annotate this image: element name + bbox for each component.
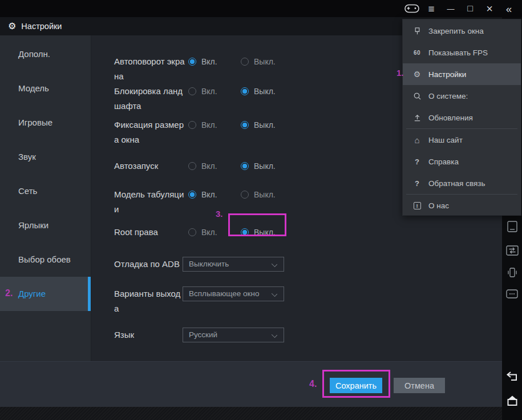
pin-icon	[412, 27, 422, 35]
radio-checked-icon[interactable]	[241, 162, 249, 170]
exit-options-dropdown-value: Всплывающее окно	[189, 289, 259, 298]
sidebar-item-dopoln[interactable]: Дополн.	[0, 37, 91, 71]
radio-option-off[interactable]: Выкл.	[241, 84, 292, 99]
radio-unchecked-icon[interactable]	[188, 87, 196, 95]
menu-item-our-site[interactable]: ⌂ Наш сайт	[403, 129, 521, 151]
shake-phone-icon[interactable]	[502, 266, 522, 278]
radio-unchecked-icon[interactable]	[241, 191, 249, 199]
menu-item-feedback[interactable]: ? Обратная связь	[403, 172, 521, 194]
menu-item-help[interactable]: ? Справка	[403, 151, 521, 172]
desktop-background	[0, 407, 502, 420]
language-dropdown[interactable]: Русский	[183, 328, 284, 342]
search-icon	[412, 92, 422, 100]
chevron-down-icon	[272, 291, 277, 297]
setting-label: Язык	[114, 328, 183, 342]
sidebar-item-set[interactable]: Сеть	[0, 174, 91, 208]
menu-item-settings[interactable]: ⚙ Настройки	[403, 63, 521, 85]
setting-row-language: Язык Русский	[114, 328, 502, 344]
setting-row-exit-options: Варианты выхода Всплывающее окно	[114, 286, 502, 316]
radio-unchecked-icon[interactable]	[241, 58, 249, 66]
setting-label: Автозапуск	[114, 159, 187, 173]
radio-option-on[interactable]: Вкл.	[188, 187, 240, 202]
collapse-glyph: «	[506, 3, 512, 14]
sidebar-item-yarlyki[interactable]: Ярлыки	[0, 208, 91, 243]
minimize-button[interactable]: —	[443, 1, 458, 16]
radio-unchecked-icon[interactable]	[188, 228, 196, 236]
collapse-sidebar-icon[interactable]: «	[501, 1, 516, 16]
radio-option-off[interactable]: Выкл.	[241, 187, 292, 202]
menu-item-updates[interactable]: Обновления	[403, 107, 521, 128]
radio-checked-icon[interactable]	[241, 87, 249, 95]
menu-item-show-fps[interactable]: 60 Показывать FPS	[403, 42, 521, 63]
radio-option-off[interactable]: Выкл.	[241, 159, 292, 173]
sync-transfer-icon[interactable]	[502, 245, 522, 256]
close-glyph: ×	[486, 3, 493, 14]
setting-label: Root права	[114, 225, 187, 240]
annotation-step-2: 2.	[5, 288, 13, 298]
radio-checked-icon[interactable]	[188, 58, 196, 66]
adb-dropdown[interactable]: Выключить	[183, 257, 284, 272]
exit-options-dropdown[interactable]: Всплывающее окно	[183, 286, 284, 301]
menu-item-label: Справка	[428, 158, 459, 166]
android-back-icon[interactable]	[502, 371, 522, 382]
radio-option-on[interactable]: Вкл.	[188, 84, 240, 99]
annotation-step-1: 1.	[396, 68, 404, 78]
menu-item-about-us[interactable]: ! О нас	[403, 195, 521, 216]
chevron-down-icon	[272, 261, 277, 267]
annotation-box-save	[322, 370, 390, 398]
sidebar-item-igrovye[interactable]: Игровые	[0, 106, 91, 140]
radio-option-on[interactable]: Вкл.	[188, 54, 240, 69]
menu-item-pin-windows[interactable]: Закрепить окна	[403, 20, 521, 42]
page-title: Настройки	[21, 22, 62, 31]
annotation-step-3: 3.	[216, 209, 223, 219]
radio-checked-icon[interactable]	[188, 191, 196, 199]
setting-label: Варианты выхода	[114, 286, 183, 316]
radio-option-off[interactable]: Выкл.	[241, 118, 292, 132]
setting-label: Отладка по ADB	[114, 257, 183, 272]
cancel-button[interactable]: Отмена	[394, 378, 445, 393]
menu-item-label: Обратная связь	[428, 179, 485, 188]
home-icon: ⌂	[412, 135, 422, 145]
menu-item-label: О нас	[428, 201, 449, 210]
setting-label: Фиксация размера окна	[114, 118, 187, 147]
setting-label: Автоповорот экрана	[114, 54, 187, 84]
radio-option-on[interactable]: Вкл.	[188, 159, 240, 173]
radio-unchecked-icon[interactable]	[188, 162, 196, 170]
settings-sidebar: Дополн. Модель Игровые Звук Сеть Ярлыки …	[0, 35, 91, 361]
question-icon: ?	[412, 179, 422, 188]
settings-footer: Сохранить Отмена	[0, 361, 502, 407]
android-home-icon[interactable]	[502, 395, 522, 406]
maximize-button[interactable]: □	[463, 1, 478, 16]
radio-unchecked-icon[interactable]	[188, 121, 196, 129]
gamepad-icon[interactable]	[404, 1, 419, 16]
sidebar-item-oboev[interactable]: Выбор обоев	[0, 243, 91, 277]
fps-icon: 60	[412, 50, 422, 56]
setting-row-adb: Отладка по ADB Выключить	[114, 257, 502, 273]
hamburger-menu-icon[interactable]: ≡	[424, 1, 439, 16]
radio-option-off[interactable]: Выкл.	[241, 54, 292, 69]
minimize-glyph: —	[447, 5, 455, 13]
emulator-screen: ≡ — □ × « ⚙ Настройки Дополн. Модель Игр…	[0, 0, 522, 420]
menu-item-label: Обновления	[428, 114, 473, 122]
setting-label: Модель табуляции	[114, 187, 187, 217]
setting-row-root: Root права Вкл. Выкл.	[114, 225, 502, 240]
more-options-icon[interactable]	[502, 289, 522, 298]
sidebar-item-model[interactable]: Модель	[0, 71, 91, 106]
annotation-step-4: 4.	[309, 379, 317, 389]
hamburger-glyph: ≡	[428, 3, 434, 14]
language-dropdown-value: Русский	[189, 330, 217, 339]
update-upload-icon	[412, 114, 422, 122]
menu-item-label: Настройки	[428, 70, 466, 79]
sidebar-item-drugie[interactable]: Другие	[0, 277, 91, 311]
annotation-box-root-off	[228, 213, 286, 236]
maximize-glyph: □	[467, 4, 473, 13]
sidebar-item-zvuk[interactable]: Звук	[0, 140, 91, 174]
radio-option-on[interactable]: Вкл.	[188, 118, 240, 132]
hamburger-dropdown-menu: Закрепить окна 60 Показывать FPS ⚙ Настр…	[402, 19, 521, 216]
radio-checked-icon[interactable]	[241, 121, 249, 129]
menu-item-label: Закрепить окна	[428, 27, 484, 35]
setting-label: Блокировка ландшафта	[114, 84, 187, 114]
close-button[interactable]: ×	[482, 1, 497, 16]
keyboard-icon[interactable]	[502, 220, 522, 233]
menu-item-about-system[interactable]: О системе:	[403, 85, 521, 107]
